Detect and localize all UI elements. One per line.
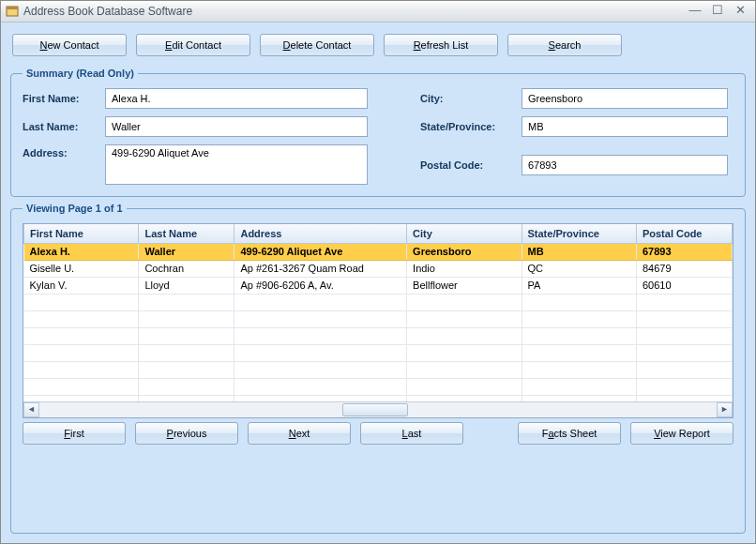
postal-field[interactable] xyxy=(522,155,728,175)
col-city[interactable]: City xyxy=(407,224,522,243)
table-cell[interactable] xyxy=(407,294,522,310)
table-cell[interactable] xyxy=(24,361,139,378)
table-cell[interactable] xyxy=(139,395,234,401)
table-row[interactable] xyxy=(24,395,733,401)
col-first-name[interactable]: First Name xyxy=(24,224,139,243)
first-name-field[interactable] xyxy=(105,88,368,109)
table-cell[interactable] xyxy=(407,395,522,401)
table-header-row[interactable]: First Name Last Name Address City State/… xyxy=(24,224,733,243)
maximize-button[interactable]: ☐ xyxy=(706,4,729,19)
table-row[interactable]: Kylan V.LloydAp #906-6206 A, Av.Bellflow… xyxy=(24,277,733,294)
table-cell[interactable]: Alexa H. xyxy=(24,243,139,260)
scroll-right-arrow-icon[interactable]: ► xyxy=(717,402,733,417)
last-name-field[interactable] xyxy=(105,116,368,137)
table-cell[interactable] xyxy=(636,310,732,327)
table-cell[interactable] xyxy=(24,294,139,310)
table-cell[interactable] xyxy=(234,327,407,344)
first-button[interactable]: First xyxy=(23,422,126,445)
table-cell[interactable] xyxy=(234,378,407,395)
table-cell[interactable] xyxy=(234,344,407,361)
address-field[interactable] xyxy=(105,144,368,185)
table-cell[interactable]: MB xyxy=(522,243,636,260)
table-row[interactable] xyxy=(24,294,733,310)
search-button[interactable]: Search xyxy=(507,34,622,56)
contacts-table[interactable]: First Name Last Name Address City State/… xyxy=(23,224,733,401)
table-cell[interactable] xyxy=(407,327,522,344)
table-cell[interactable] xyxy=(522,310,636,327)
table-cell[interactable]: Ap #906-6206 A, Av. xyxy=(234,277,407,294)
table-cell[interactable] xyxy=(24,327,139,344)
table-row[interactable] xyxy=(24,310,733,327)
table-cell[interactable] xyxy=(24,344,139,361)
table-cell[interactable]: QC xyxy=(522,260,636,277)
minimize-button[interactable]: — xyxy=(684,4,706,19)
table-cell[interactable] xyxy=(139,344,234,361)
table-cell[interactable] xyxy=(636,294,732,310)
table-cell[interactable] xyxy=(234,310,407,327)
table-cell[interactable] xyxy=(24,310,139,327)
table-cell[interactable] xyxy=(522,361,636,378)
table-row[interactable] xyxy=(24,361,733,378)
table-cell[interactable]: Bellflower xyxy=(407,277,522,294)
table-cell[interactable] xyxy=(407,378,522,395)
table-row[interactable] xyxy=(24,327,733,344)
col-last-name[interactable]: Last Name xyxy=(139,224,234,243)
table-cell[interactable]: Kylan V. xyxy=(24,277,139,294)
state-field[interactable] xyxy=(522,116,728,137)
table-cell[interactable] xyxy=(636,395,732,401)
edit-contact-button[interactable]: Edit Contact xyxy=(136,34,250,56)
table-cell[interactable] xyxy=(234,294,407,310)
table-cell[interactable]: PA xyxy=(522,277,636,294)
table-cell[interactable] xyxy=(522,294,636,310)
table-cell[interactable] xyxy=(24,395,139,401)
table-row[interactable] xyxy=(24,344,733,361)
table-row[interactable]: Giselle U.CochranAp #261-3267 Quam RoadI… xyxy=(24,260,733,277)
table-cell[interactable] xyxy=(139,310,234,327)
table-cell[interactable] xyxy=(522,378,636,395)
table-cell[interactable] xyxy=(636,361,732,378)
facts-sheet-button[interactable]: Facts Sheet xyxy=(518,422,621,445)
next-button[interactable]: Next xyxy=(248,422,351,445)
table-cell[interactable]: Giselle U. xyxy=(24,260,139,277)
table-cell[interactable] xyxy=(522,344,636,361)
table-cell[interactable] xyxy=(522,395,636,401)
table-cell[interactable]: 67893 xyxy=(636,243,732,260)
table-cell[interactable]: Indio xyxy=(407,260,522,277)
table-cell[interactable]: 84679 xyxy=(636,260,732,277)
table-row[interactable]: Alexa H.Waller499-6290 Aliquet AveGreens… xyxy=(24,243,733,260)
scroll-left-arrow-icon[interactable]: ◄ xyxy=(23,402,39,417)
table-cell[interactable] xyxy=(636,344,732,361)
table-cell[interactable] xyxy=(139,294,234,310)
table-cell[interactable] xyxy=(407,344,522,361)
table-cell[interactable]: Cochran xyxy=(139,260,234,277)
table-cell[interactable]: 60610 xyxy=(636,277,732,294)
table-cell[interactable] xyxy=(139,378,234,395)
table-cell[interactable]: Greensboro xyxy=(407,243,522,260)
table-cell[interactable] xyxy=(407,310,522,327)
table-cell[interactable] xyxy=(636,327,732,344)
table-cell[interactable]: Ap #261-3267 Quam Road xyxy=(234,260,407,277)
delete-contact-button[interactable]: Delete Contact xyxy=(260,34,374,56)
city-field[interactable] xyxy=(522,88,728,109)
horizontal-scrollbar[interactable]: ◄ ► xyxy=(23,401,733,417)
new-contact-button[interactable]: New Contact xyxy=(12,34,127,56)
previous-button[interactable]: Previous xyxy=(135,422,238,445)
col-postal[interactable]: Postal Code xyxy=(636,224,732,243)
table-cell[interactable]: Waller xyxy=(139,243,234,260)
col-address[interactable]: Address xyxy=(234,224,407,243)
table-cell[interactable] xyxy=(139,361,234,378)
table-cell[interactable] xyxy=(636,378,732,395)
close-button[interactable]: ✕ xyxy=(729,4,751,19)
table-cell[interactable] xyxy=(24,378,139,395)
col-state[interactable]: State/Province xyxy=(522,224,636,243)
table-cell[interactable]: Lloyd xyxy=(139,277,234,294)
scroll-thumb[interactable] xyxy=(342,403,408,416)
table-cell[interactable] xyxy=(234,395,407,401)
table-row[interactable] xyxy=(24,378,733,395)
table-cell[interactable] xyxy=(407,361,522,378)
refresh-list-button[interactable]: Refresh List xyxy=(384,34,498,56)
table-cell[interactable] xyxy=(522,327,636,344)
last-button[interactable]: Last xyxy=(360,422,463,445)
table-cell[interactable]: 499-6290 Aliquet Ave xyxy=(234,243,407,260)
table-cell[interactable] xyxy=(139,327,234,344)
